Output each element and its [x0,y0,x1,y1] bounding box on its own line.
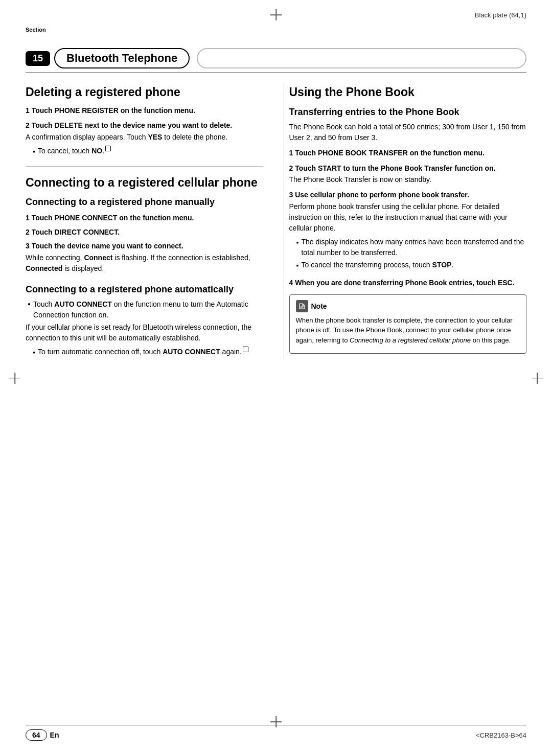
phonebook-intro: The Phone Book can hold a total of 500 e… [289,122,527,143]
crosshair-left [9,373,20,384]
connecting-manual-heading: Connecting to a registered phone manuall… [26,197,263,208]
auto-button-icon [243,347,248,352]
pb-step2-body: The Phone Book Transfer is now on standb… [289,174,527,185]
section-label: Section [26,27,46,33]
delete-heading: Deleting a registered phone [26,85,263,100]
left-column: Deleting a registered phone 1 Touch PHON… [26,82,268,359]
header-right-pill [197,48,526,68]
crosshair-right [532,373,543,384]
auto-body: If your cellular phone is set ready for … [26,322,263,343]
no-button-icon [105,146,111,151]
delete-step2: 2 Touch DELETE next to the device name y… [26,121,263,131]
page-number: 64 [26,729,47,741]
phonebook-transfer-heading: Transferring entries to the Phone Book [289,107,527,118]
black-plate-label: Black plate (64,1) [475,11,526,19]
section-divider-1 [26,166,263,167]
section-number: 15 [26,51,50,66]
pb-step3-body: Perform phone book transfer using the ce… [289,201,527,234]
note-header: Note [296,300,520,312]
crosshair-top [270,9,282,20]
note-text: When the phone book transfer is complete… [296,315,520,346]
pb-step1: 1 Touch PHONE BOOK TRANSFER on the funct… [289,148,527,158]
footer: 64 En <CRB2163-B>64 [26,725,526,741]
note-icon [296,300,308,312]
pb-bullet2: To cancel the transferring process, touc… [296,260,527,271]
content-area: Deleting a registered phone 1 Touch PHON… [26,82,526,359]
footer-lang: En [50,731,59,739]
pb-step4: 4 When you are done transferring Phone B… [289,278,527,288]
auto-bullet2: To turn automatic connection off, touch … [33,347,263,358]
connect-step1: 1 Touch PHONE CONNECT on the function me… [26,213,263,223]
note-label: Note [311,302,327,310]
section-title: Bluetooth Telephone [54,48,190,68]
page: Black plate (64,1) Section 15 Bluetooth … [0,0,552,756]
delete-step2-body: A confirmation display appears. Touch YE… [26,132,263,143]
header: 15 Bluetooth Telephone [26,48,526,68]
pb-step2: 2 Touch START to turn the Phone Book Tra… [289,164,527,174]
right-column: Using the Phone Book Transferring entrie… [284,82,527,359]
connect-step3: 3 Touch the device name you want to conn… [26,241,263,251]
connect-step2: 2 Touch DIRECT CONNECT. [26,227,263,238]
footer-code: <CRB2163-B>64 [476,731,526,739]
connecting-auto-heading: Connecting to a registered phone automat… [26,284,263,295]
note-box: Note When the phone book transfer is com… [289,294,527,354]
pb-bullet1: The display indicates how many entries h… [296,237,527,258]
delete-bullet1: To cancel, touch NO. [33,146,263,157]
footer-left: 64 En [26,729,59,741]
delete-step1: 1 Touch PHONE REGISTER on the function m… [26,106,263,116]
header-rule [26,73,526,73]
phonebook-heading: Using the Phone Book [289,85,527,100]
auto-bullet: Touch AUTO CONNECT on the function menu … [28,299,263,320]
connect-step3-body: While connecting, Connect is flashing. I… [26,253,263,274]
connecting-heading: Connecting to a registered cellular phon… [26,176,263,190]
pb-step3: 3 Use cellular phone to perform phone bo… [289,190,527,200]
